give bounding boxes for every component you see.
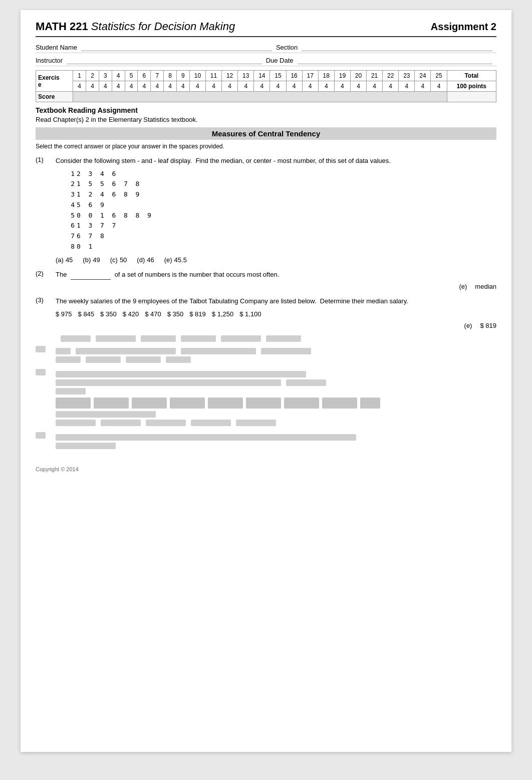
- leaves-5: 0 0 1 6 8 8 9: [77, 211, 151, 221]
- leaves-1: 2 3 4 6: [77, 169, 116, 179]
- instructor-label: Instructor: [36, 57, 63, 64]
- pt-6: 4: [138, 81, 151, 92]
- q4-content-blur: [56, 346, 496, 365]
- pt-11: 4: [205, 81, 221, 92]
- blur-box-6: [246, 398, 281, 409]
- ex-5: 5: [125, 71, 138, 81]
- q5-num-blurred: [36, 369, 46, 375]
- pt-4: 4: [112, 81, 125, 92]
- student-name-line[interactable]: [81, 44, 272, 51]
- q2-blank[interactable]: [71, 270, 111, 280]
- instructor-line[interactable]: [67, 57, 261, 64]
- pt-9: 4: [177, 81, 190, 92]
- sl-row-5: 5 0 0 1 6 8 8 9: [66, 211, 496, 221]
- sal-1: $ 975: [56, 310, 72, 318]
- course-subtitle: Statistics for Decision Making: [91, 20, 235, 33]
- ex-23: 23: [399, 71, 415, 81]
- stem-8: 8: [66, 242, 75, 252]
- pt-10: 4: [189, 81, 205, 92]
- blur-5: [221, 335, 261, 342]
- q5-text-blur-1: [56, 371, 496, 377]
- ex-4: 4: [112, 71, 125, 81]
- blur-q4d: [261, 348, 311, 354]
- ex-1: 1: [73, 71, 86, 81]
- q5-content-blur: [56, 369, 496, 428]
- ex-12: 12: [222, 71, 238, 81]
- ex-20: 20: [350, 71, 366, 81]
- question-2: (2) The of a set of numbers is the numbe…: [36, 270, 496, 291]
- pt-19: 4: [334, 81, 350, 92]
- stem-3: 3: [66, 189, 75, 200]
- due-date-label: Due Date: [266, 57, 294, 64]
- stem-2: 2: [66, 179, 75, 189]
- sl-row-2: 2 1 5 5 6 7 8: [66, 179, 496, 189]
- total-header: Total: [447, 71, 496, 81]
- q2-content: The of a set of numbers is the number th…: [56, 270, 496, 291]
- sal-2: $ 845: [78, 310, 95, 318]
- stem-1: 1: [66, 169, 75, 179]
- pt-1: 4: [73, 81, 86, 92]
- ex-21: 21: [367, 71, 383, 81]
- section-label: Section: [276, 44, 298, 51]
- stem-4: 4: [66, 200, 75, 211]
- q1-text: Consider the following stem - and - leaf…: [56, 156, 496, 166]
- blur-q4f: [86, 356, 121, 363]
- textbook-title: Textbook Reading Assignment: [36, 106, 496, 114]
- grid: Exercise 1 2 3 4 5 6 7 8 9 10 11 12 13 1…: [36, 70, 496, 102]
- ex-3: 3: [99, 71, 112, 81]
- page: MATH 221 Statistics for Decision Making …: [21, 10, 511, 752]
- opt-c-value: 50: [120, 256, 127, 264]
- opt-c-label: (c): [110, 256, 118, 264]
- sal-6: $ 350: [167, 310, 184, 318]
- instructor-row: Instructor Due Date: [36, 55, 496, 66]
- stem-7: 7: [66, 231, 75, 242]
- q3-text: The weekly salaries of the 9 employees o…: [56, 296, 496, 306]
- blur-3: [141, 335, 176, 342]
- q2-text: The of a set of numbers is the number th…: [56, 270, 496, 280]
- ex-18: 18: [318, 71, 334, 81]
- ex-7: 7: [151, 71, 164, 81]
- blur-q5f1: [56, 420, 96, 426]
- q5-num-blur: [36, 369, 56, 375]
- stem-5: 5: [66, 211, 75, 221]
- blur-box-5: [208, 398, 243, 409]
- blur-q5c: [286, 379, 326, 386]
- opt-b: (b) 49: [83, 256, 100, 264]
- score-value[interactable]: [73, 92, 447, 102]
- course-code: MATH 221: [36, 20, 88, 33]
- blur-box-3: [132, 398, 167, 409]
- sl-row-6: 6 1 3 7 7: [66, 221, 496, 231]
- blur-2: [96, 335, 136, 342]
- q2-answer-e-value: median: [475, 283, 496, 290]
- q1-content: Consider the following stem - and - leaf…: [56, 156, 496, 264]
- blur-q5b: [56, 379, 281, 386]
- q5-text-blur-2: [56, 379, 496, 386]
- opt-a-value: 45: [66, 256, 73, 264]
- score-row: Score: [36, 92, 496, 102]
- blur-box-4: [170, 398, 205, 409]
- blur-q4b: [76, 348, 176, 354]
- section-line[interactable]: [302, 44, 492, 51]
- sal-8: $ 1,250: [212, 310, 233, 318]
- pt-17: 4: [302, 81, 318, 92]
- q6-text-blur2: [56, 443, 496, 449]
- q3-num: (3): [36, 296, 56, 304]
- measures-title: Measures of Central Tendency: [36, 127, 496, 140]
- sl-row-4: 4 5 6 9: [66, 200, 496, 211]
- footer: Copyright © 2014: [36, 466, 496, 472]
- pt-15: 4: [270, 81, 286, 92]
- blur-q4a: [56, 348, 71, 354]
- sal-5: $ 470: [145, 310, 161, 318]
- q2-answer-note: (e) median: [56, 283, 496, 290]
- blur-box-7: [284, 398, 319, 409]
- total-value: 100 points: [447, 81, 496, 92]
- pt-16: 4: [286, 81, 302, 92]
- question-3: (3) The weekly salaries of the 9 employe…: [36, 296, 496, 329]
- q6-text-blur: [56, 434, 496, 441]
- blur-box-9: [360, 398, 380, 409]
- redacted-section-4: [61, 335, 496, 342]
- q3-answer-e-value: $ 819: [480, 322, 496, 329]
- q6-num-blurred: [36, 432, 46, 439]
- due-date-line[interactable]: [298, 57, 492, 64]
- assignment-label: Assignment 2: [431, 21, 496, 33]
